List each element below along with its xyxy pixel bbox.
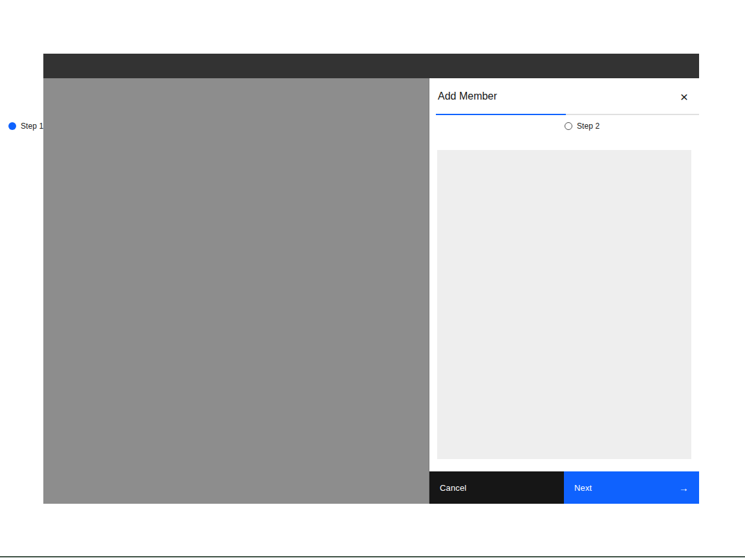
add-member-side-panel: Add Member × Step 1 Step 2 Cancel Next → (429, 78, 699, 504)
close-button[interactable]: × (674, 86, 695, 107)
cancel-button[interactable]: Cancel (429, 471, 564, 504)
page-dim-overlay (43, 78, 429, 504)
panel-title: Add Member (438, 91, 674, 102)
cancel-button-label: Cancel (440, 483, 466, 493)
step-2-circle-icon (565, 122, 572, 130)
step-indicator: Step 1 Step 2 (429, 118, 699, 135)
step-item-2[interactable]: Step 2 (565, 118, 599, 135)
next-button-label: Next (574, 483, 592, 493)
page-background: { "window": { "background_color": "#ffff… (0, 0, 745, 560)
window-bottom-edge (0, 556, 745, 557)
close-icon: × (680, 90, 688, 103)
step-1-current-dot-icon (8, 122, 16, 130)
panel-header: Add Member × (429, 78, 699, 114)
panel-content-placeholder (437, 150, 691, 459)
step-1-label: Step 1 (21, 122, 43, 131)
progress-fill (436, 114, 566, 115)
step-item-1[interactable]: Step 1 (8, 118, 43, 135)
next-button[interactable]: Next → (564, 471, 699, 504)
progress-track (436, 114, 699, 115)
arrow-right-icon: → (679, 483, 689, 493)
panel-action-bar: Cancel Next → (429, 471, 699, 504)
step-2-label: Step 2 (577, 122, 599, 131)
app-top-bar (43, 54, 699, 78)
